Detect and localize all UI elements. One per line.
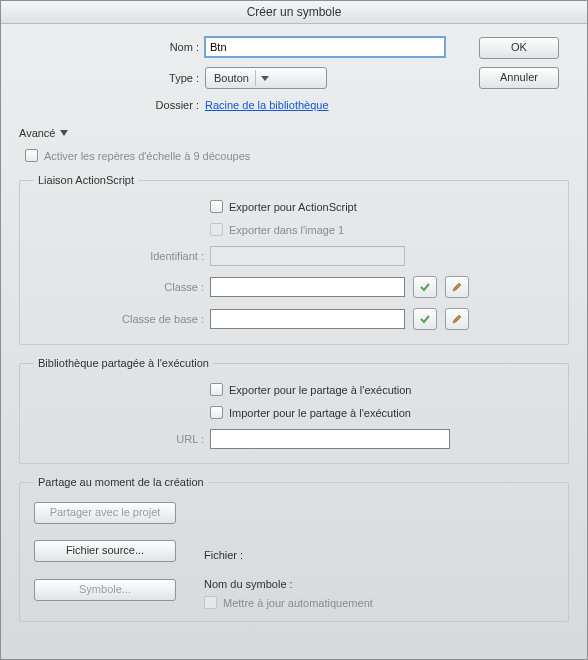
check-icon [419,281,431,293]
export-as-label: Exporter pour ActionScript [229,201,357,213]
ok-button[interactable]: OK [479,37,559,59]
baseclass-validate-button[interactable] [413,308,437,330]
chevron-down-icon [255,70,274,86]
symbol-button[interactable]: Symbole... [34,579,176,601]
symbol-name-label: Nom du symbole : [204,578,554,590]
check-icon [419,313,431,325]
file-label: Fichier : [204,549,554,561]
name-label: Nom : [19,41,205,53]
export-frame1-checkbox [210,223,223,236]
dialog-window: Créer un symbole Nom : Type : Bouton Dos… [0,0,588,660]
authortime-share-legend: Partage au moment de la création [34,476,208,488]
pencil-icon [451,313,463,325]
class-validate-button[interactable] [413,276,437,298]
rts-import-checkbox[interactable] [210,406,223,419]
actionscript-legend: Liaison ActionScript [34,174,138,186]
rts-export-checkbox[interactable] [210,383,223,396]
class-label: Classe : [34,281,210,293]
class-input[interactable] [210,277,405,297]
export-as-checkbox[interactable] [210,200,223,213]
baseclass-label: Classe de base : [34,313,210,325]
rts-url-input[interactable] [210,429,450,449]
scale9-checkbox[interactable] [25,149,38,162]
identifier-input [210,246,405,266]
source-file-button[interactable]: Fichier source... [34,540,176,562]
export-frame1-label: Exporter dans l'image 1 [229,224,344,236]
baseclass-edit-button[interactable] [445,308,469,330]
rts-url-label: URL : [34,433,210,445]
pencil-icon [451,281,463,293]
actionscript-group: Liaison ActionScript Exporter pour Actio… [19,174,569,345]
folder-label: Dossier : [19,99,205,111]
runtime-share-group: Bibliothèque partagée à l'exécution Expo… [19,357,569,464]
type-label: Type : [19,72,205,84]
scale9-label: Activer les repères d'échelle à 9 découp… [44,150,250,162]
cancel-button[interactable]: Annuler [479,67,559,89]
rts-import-label: Importer pour le partage à l'exécution [229,407,411,419]
advanced-toggle[interactable]: Avancé [19,127,569,139]
type-select[interactable]: Bouton [205,67,327,89]
auto-update-checkbox [204,596,217,609]
runtime-share-legend: Bibliothèque partagée à l'exécution [34,357,213,369]
class-edit-button[interactable] [445,276,469,298]
folder-link[interactable]: Racine de la bibliothèque [205,99,329,111]
window-title: Créer un symbole [1,1,587,24]
auto-update-label: Mettre à jour automatiquement [223,597,373,609]
authortime-share-group: Partage au moment de la création Partage… [19,476,569,622]
advanced-label: Avancé [19,127,56,139]
chevron-down-icon [60,130,68,136]
name-input[interactable] [205,37,445,57]
identifier-label: Identifiant : [34,250,210,262]
type-select-value: Bouton [214,72,255,84]
baseclass-input[interactable] [210,309,405,329]
share-project-button[interactable]: Partager avec le projet [34,502,176,524]
rts-export-label: Exporter pour le partage à l'exécution [229,384,412,396]
